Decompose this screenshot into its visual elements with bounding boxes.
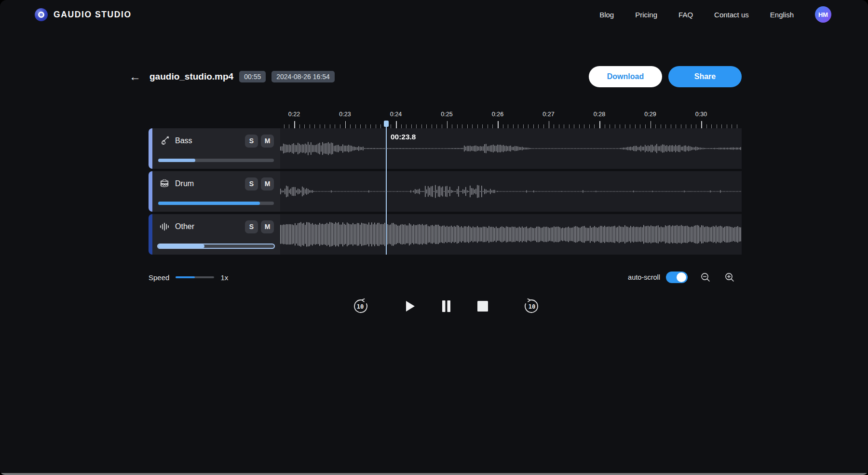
- pause-button[interactable]: [436, 296, 456, 316]
- waveform-bars-icon: [158, 220, 171, 233]
- top-navigation-bar: GAUDIO STUDIO Blog Pricing FAQ Contact u…: [0, 0, 868, 29]
- zoom-in-icon: [724, 272, 735, 283]
- svg-text:10: 10: [529, 303, 536, 310]
- track-head-drum: Drum S M: [126, 171, 280, 212]
- duration-badge: 00:55: [239, 71, 266, 82]
- playhead-time-label: 00:23.8: [391, 133, 416, 141]
- ruler-row: 0:220:230:240:250:260:270:280:290:30: [126, 112, 742, 128]
- stop-icon: [475, 298, 491, 314]
- download-button[interactable]: Download: [589, 66, 662, 87]
- play-button[interactable]: [399, 296, 420, 316]
- bass-guitar-icon: [158, 135, 171, 147]
- nav-links: Blog Pricing FAQ Contact us English HM: [599, 6, 831, 23]
- solo-button-drum[interactable]: S: [245, 177, 258, 190]
- time-ruler[interactable]: 0:220:230:240:250:260:270:280:290:30: [280, 112, 742, 128]
- skip-back-10-button[interactable]: 10: [350, 296, 370, 316]
- nav-link-pricing[interactable]: Pricing: [635, 11, 657, 19]
- back-button[interactable]: ←: [126, 71, 144, 82]
- transport-controls: 10: [138, 296, 754, 316]
- file-actions: Download Share: [589, 66, 742, 87]
- timeline: 0:220:230:240:250:260:270:280:290:30: [126, 112, 742, 255]
- track-accent-strip: [149, 171, 152, 212]
- brand[interactable]: GAUDIO STUDIO: [35, 8, 132, 21]
- file-header: ← gaudio_studio.mp4 00:55 2024-08-26 16:…: [126, 66, 742, 87]
- track-row-bass: Bass S M: [126, 128, 742, 169]
- nav-link-blog[interactable]: Blog: [599, 11, 614, 19]
- gaudio-logo-icon: [35, 8, 48, 21]
- track-accent-strip: [149, 214, 152, 255]
- nav-link-contact-us[interactable]: Contact us: [714, 11, 749, 19]
- ruler-spacer: [126, 112, 280, 128]
- volume-slider-drum[interactable]: [158, 202, 274, 205]
- speed-control: Speed 1x: [149, 273, 228, 282]
- mute-button-bass[interactable]: M: [261, 135, 274, 148]
- track-row-other: Other S M: [126, 214, 742, 255]
- track-head-other: Other S M: [126, 214, 280, 255]
- skip-forward-10-button[interactable]: 10: [522, 296, 542, 316]
- speed-slider[interactable]: [176, 276, 214, 278]
- mute-button-drum[interactable]: M: [261, 177, 274, 190]
- skip-forward-10-icon: 10: [523, 297, 541, 315]
- waveform-lane-drum[interactable]: [280, 171, 742, 212]
- zoom-out-button[interactable]: [699, 271, 712, 284]
- track-accent-strip: [149, 128, 152, 169]
- share-button[interactable]: Share: [668, 66, 742, 87]
- volume-slider-other[interactable]: [158, 244, 274, 248]
- speed-label: Speed: [149, 273, 169, 282]
- playhead[interactable]: 00:23.8: [386, 121, 387, 255]
- svg-text:10: 10: [357, 303, 364, 310]
- autoscroll-label: auto-scroll: [628, 273, 660, 281]
- mute-button-other[interactable]: M: [261, 220, 274, 233]
- solo-button-other[interactable]: S: [245, 220, 258, 233]
- track-head-bass: Bass S M: [126, 128, 280, 169]
- skip-back-10-icon: 10: [351, 297, 369, 315]
- solo-button-bass[interactable]: S: [245, 135, 258, 148]
- track-name: Bass: [175, 136, 192, 145]
- volume-slider-bass[interactable]: [158, 159, 274, 162]
- gaudio-studio-app: GAUDIO STUDIO Blog Pricing FAQ Contact u…: [0, 0, 868, 475]
- waveform-lane-bass[interactable]: [280, 128, 742, 169]
- nav-link-language[interactable]: English: [770, 11, 794, 19]
- speed-value: 1x: [220, 273, 228, 282]
- file-name: gaudio_studio.mp4: [149, 71, 233, 82]
- user-avatar[interactable]: HM: [815, 6, 831, 23]
- autoscroll-toggle[interactable]: [666, 271, 688, 283]
- playhead-handle[interactable]: [384, 121, 389, 127]
- zoom-in-button[interactable]: [723, 271, 736, 284]
- track-name: Other: [175, 222, 194, 231]
- track-name: Drum: [175, 179, 194, 188]
- zoom-out-icon: [700, 272, 711, 283]
- play-icon: [401, 298, 418, 314]
- window-bottom-edge: [0, 473, 868, 475]
- datetime-badge: 2024-08-26 16:54: [271, 71, 335, 82]
- track-row-drum: Drum S M: [126, 171, 742, 212]
- brand-name: GAUDIO STUDIO: [54, 10, 132, 20]
- stop-button[interactable]: [473, 296, 493, 316]
- view-controls: auto-scroll: [628, 271, 736, 284]
- pause-icon: [438, 298, 454, 314]
- nav-link-faq[interactable]: FAQ: [678, 11, 693, 19]
- controls-row: Speed 1x auto-scroll: [126, 271, 742, 284]
- waveform-lane-other[interactable]: [280, 214, 742, 255]
- drum-icon: [158, 177, 171, 190]
